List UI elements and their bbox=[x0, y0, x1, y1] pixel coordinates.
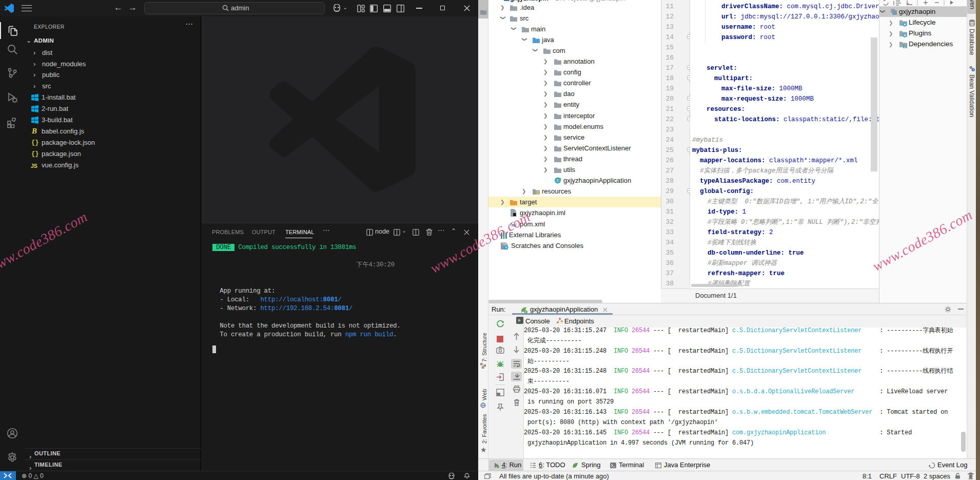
svg-text:m: m bbox=[893, 11, 896, 15]
svg-text:c: c bbox=[557, 178, 559, 183]
